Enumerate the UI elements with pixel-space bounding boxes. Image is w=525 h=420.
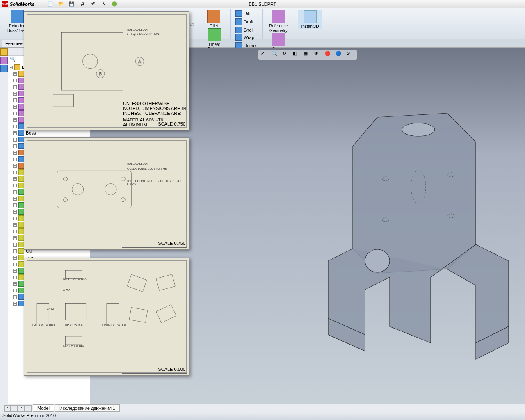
options-icon[interactable]: ☰ <box>121 1 129 7</box>
pattern-icon <box>208 28 221 41</box>
expand-icon[interactable]: + <box>13 151 17 155</box>
feature-icon <box>18 110 24 116</box>
expand-icon[interactable]: + <box>13 72 17 76</box>
expand-icon[interactable]: + <box>13 177 17 181</box>
expand-icon[interactable]: + <box>13 217 17 220</box>
app-logo: SW <box>2 1 8 7</box>
feature-icon <box>18 78 24 83</box>
save-icon[interactable]: 💾 <box>68 1 75 7</box>
svg-rect-16 <box>57 171 131 208</box>
undo-icon[interactable]: ↶ <box>89 1 97 7</box>
feature-icon <box>18 156 24 162</box>
expand-icon[interactable]: + <box>13 131 17 135</box>
expand-icon[interactable]: + <box>13 125 17 128</box>
new-icon[interactable]: 📄 <box>47 1 54 7</box>
zoom-area-icon[interactable]: 🔍 <box>272 51 280 59</box>
fillet-button[interactable]: Fillet <box>201 10 226 28</box>
feature-icon <box>18 294 24 300</box>
expand-icon[interactable]: + <box>13 256 17 260</box>
tab-last-icon[interactable]: » <box>25 405 32 412</box>
rib-button[interactable]: Rib <box>234 10 259 17</box>
expand-icon[interactable]: + <box>13 138 17 142</box>
drawing-sheet-1: A B HOLE CALLOUT LTR QTY DESCRIPTION UNL… <box>24 11 189 130</box>
expand-icon[interactable]: + <box>13 289 17 292</box>
document-title: BB1.SLDPRT <box>249 2 276 7</box>
expand-icon[interactable]: + <box>13 164 17 168</box>
expand-icon[interactable]: + <box>13 144 17 148</box>
expand-icon[interactable]: + <box>13 269 17 273</box>
model-3d-view[interactable] <box>304 105 525 384</box>
expand-icon[interactable]: − <box>9 66 13 69</box>
taskpane-icon[interactable] <box>0 48 8 56</box>
taskpane-icon[interactable] <box>0 65 8 72</box>
open-icon[interactable]: 📂 <box>57 1 65 7</box>
expand-icon[interactable]: + <box>13 276 17 279</box>
feature-icon <box>18 202 24 208</box>
feature-icon <box>18 215 24 221</box>
feature-manager-tab[interactable] <box>8 48 17 55</box>
svg-text:B: B <box>99 71 102 76</box>
expand-icon[interactable]: + <box>13 302 17 306</box>
shell-button[interactable]: Shell <box>234 26 259 34</box>
expand-icon[interactable]: + <box>13 295 17 299</box>
expand-icon[interactable]: + <box>13 282 17 286</box>
select-icon[interactable]: ↖ <box>100 1 107 7</box>
appearance-icon[interactable]: 🔴 <box>325 51 333 59</box>
feature-icon <box>18 242 24 247</box>
expand-icon[interactable]: + <box>13 249 17 253</box>
expand-icon[interactable]: + <box>13 190 17 194</box>
feature-icon <box>18 150 24 155</box>
svg-rect-8 <box>53 94 73 107</box>
svg-point-1 <box>365 249 390 272</box>
rebuild-icon[interactable]: 🟢 <box>111 1 118 7</box>
view-heads-up-toolbar: ⤢ 🔍 ⟲ ◧ ▦ 👁 🔴 🔵 ⚙ <box>258 50 357 60</box>
instant3d-button[interactable]: Instant3D <box>298 10 322 29</box>
display-style-icon[interactable]: ▦ <box>304 51 312 59</box>
expand-icon[interactable]: + <box>13 98 17 102</box>
tab-model[interactable]: Model <box>33 404 54 412</box>
expand-icon[interactable]: + <box>13 171 17 174</box>
view-settings-icon[interactable]: ⚙ <box>346 51 354 59</box>
zoom-fit-icon[interactable]: ⤢ <box>261 51 269 59</box>
tab-prev-icon[interactable]: ‹ <box>11 405 18 412</box>
part-icon <box>14 64 20 70</box>
curves-icon <box>272 33 285 46</box>
expand-icon[interactable]: + <box>13 243 17 247</box>
prev-view-icon[interactable]: ⟲ <box>282 51 290 59</box>
svg-point-22 <box>121 198 125 202</box>
expand-icon[interactable]: + <box>13 236 17 240</box>
tab-first-icon[interactable]: « <box>4 405 11 412</box>
expand-icon[interactable]: + <box>13 92 17 96</box>
wrap-button[interactable]: Wrap <box>234 34 259 41</box>
section-view-icon[interactable]: ◧ <box>293 51 301 59</box>
expand-icon[interactable]: + <box>13 230 17 233</box>
expand-icon[interactable]: + <box>13 210 17 214</box>
feature-icon <box>18 117 24 123</box>
hide-show-icon[interactable]: 👁 <box>314 51 322 59</box>
tab-motion-study[interactable]: Исследование движения 1 <box>55 404 120 412</box>
expand-icon[interactable]: + <box>13 158 17 161</box>
tab-next-icon[interactable]: › <box>18 405 25 412</box>
svg-rect-29 <box>156 274 176 291</box>
drawing-sheet-2: HOLE CALLOUT A CLEARANCE SLOT FOR M5 D ⌀… <box>24 137 189 250</box>
expand-icon[interactable]: + <box>13 223 17 227</box>
taskpane-icon[interactable] <box>0 57 8 64</box>
expand-icon[interactable]: + <box>13 85 17 89</box>
expand-icon[interactable]: + <box>13 184 17 187</box>
tree-item[interactable]: +Boss <box>8 130 90 136</box>
app-name: SolidWorks <box>10 2 34 7</box>
scene-icon[interactable]: 🔵 <box>336 51 344 59</box>
feature-icon <box>18 274 24 280</box>
expand-icon[interactable]: + <box>13 79 17 82</box>
expand-icon[interactable]: + <box>13 105 17 109</box>
expand-icon[interactable]: + <box>13 203 17 207</box>
features-tab[interactable]: Features <box>2 40 27 47</box>
expand-icon[interactable]: + <box>13 262 17 266</box>
print-icon[interactable]: 🖨 <box>79 1 86 7</box>
draft-button[interactable]: Draft <box>234 18 259 25</box>
reference-geometry-button[interactable]: Reference Geometry <box>266 10 291 33</box>
expand-icon[interactable]: + <box>13 112 17 115</box>
svg-point-0 <box>402 123 435 136</box>
expand-icon[interactable]: + <box>13 118 17 122</box>
expand-icon[interactable]: + <box>13 197 17 201</box>
